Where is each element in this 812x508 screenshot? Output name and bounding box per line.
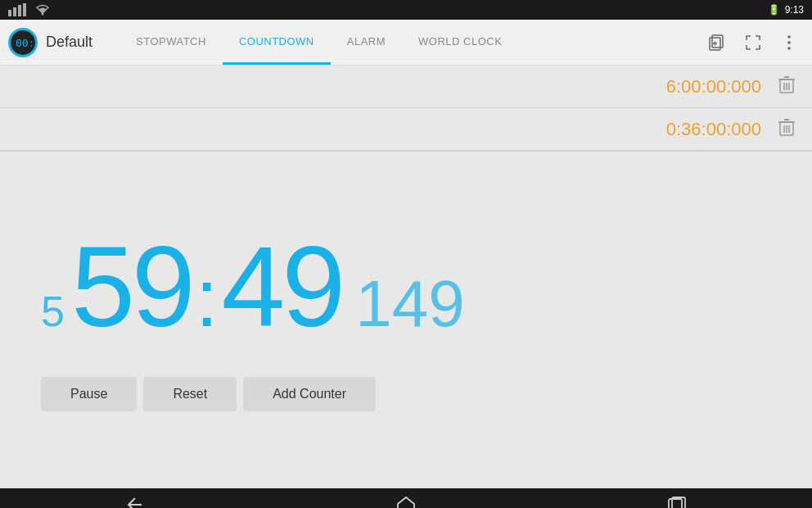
app-bar-actions xyxy=(701,26,812,59)
svg-point-12 xyxy=(787,47,791,50)
svg-text:00:48: 00:48 xyxy=(16,37,32,49)
status-bar-right: 🔋 9:13 xyxy=(768,4,804,16)
add-copy-button[interactable] xyxy=(701,26,733,59)
status-bar-left xyxy=(8,3,51,16)
timer-colon: : xyxy=(196,256,219,338)
signal-icon xyxy=(8,3,31,16)
svg-rect-1 xyxy=(13,7,16,16)
more-options-icon xyxy=(787,34,791,51)
svg-rect-2 xyxy=(18,5,21,16)
home-button[interactable] xyxy=(380,489,432,509)
main-content: 6:00:00:000 0:36:00:000 xyxy=(0,66,812,488)
timer-buttons: Pause Reset Add Counter xyxy=(41,377,376,411)
bottom-nav xyxy=(0,488,812,508)
reset-button[interactable]: Reset xyxy=(143,377,237,411)
recents-icon xyxy=(667,496,687,509)
svg-point-4 xyxy=(42,13,44,16)
logo-svg: 00:48 xyxy=(14,36,32,49)
app-bar: 00:48 Default STOPWATCH COUNTDOWN ALARM … xyxy=(0,20,812,66)
svg-rect-0 xyxy=(8,10,11,16)
app-logo: 00:48 xyxy=(0,20,46,66)
counter-time-2: 0:36:00:000 xyxy=(666,119,761,140)
tab-stopwatch[interactable]: STOPWATCH xyxy=(120,20,223,65)
recents-button[interactable] xyxy=(651,489,703,509)
trash-icon-2 xyxy=(778,117,796,137)
fullscreen-button[interactable] xyxy=(737,26,769,59)
timer-millis: 149 xyxy=(355,266,464,342)
timer-minutes: 59 xyxy=(71,229,192,344)
delete-counter-1[interactable] xyxy=(778,75,796,98)
pause-button[interactable]: Pause xyxy=(41,377,137,411)
time-display: 9:13 xyxy=(785,4,804,16)
back-icon xyxy=(125,497,145,509)
app-title: Default xyxy=(46,34,103,51)
add-counter-button[interactable]: Add Counter xyxy=(243,377,376,411)
wifi-icon xyxy=(34,3,51,16)
tab-alarm[interactable]: ALARM xyxy=(331,20,402,65)
delete-counter-2[interactable] xyxy=(778,117,796,141)
status-bar: 🔋 9:13 xyxy=(0,0,812,20)
svg-marker-26 xyxy=(398,497,414,509)
trash-icon-1 xyxy=(778,75,796,94)
logo-circle: 00:48 xyxy=(8,28,38,57)
counter-time-1: 6:00:00:000 xyxy=(666,76,761,98)
fullscreen-icon xyxy=(744,34,762,52)
timer-area: 5 59 : 49 149 Pause Reset Add Counter xyxy=(0,152,812,488)
back-button[interactable] xyxy=(109,490,161,509)
tab-worldclock[interactable]: WORLD CLOCK xyxy=(402,20,518,65)
home-icon xyxy=(396,496,416,509)
timer-prefix: 5 xyxy=(41,287,65,336)
nav-tabs: STOPWATCH COUNTDOWN ALARM WORLD CLOCK xyxy=(120,20,701,65)
counter-rows: 6:00:00:000 0:36:00:000 xyxy=(0,66,812,152)
svg-rect-3 xyxy=(23,3,26,16)
add-copy-icon xyxy=(708,34,726,52)
tab-countdown[interactable]: COUNTDOWN xyxy=(223,20,331,65)
svg-rect-27 xyxy=(669,499,682,509)
timer-display: 5 59 : 49 149 xyxy=(41,229,465,344)
counter-row-2: 0:36:00:000 xyxy=(0,108,812,151)
timer-seconds: 49 xyxy=(221,229,342,344)
svg-point-11 xyxy=(787,41,791,44)
svg-point-10 xyxy=(787,35,791,39)
more-options-button[interactable] xyxy=(773,26,805,59)
counter-row-1: 6:00:00:000 xyxy=(0,66,812,108)
battery-icon: 🔋 xyxy=(768,4,780,16)
